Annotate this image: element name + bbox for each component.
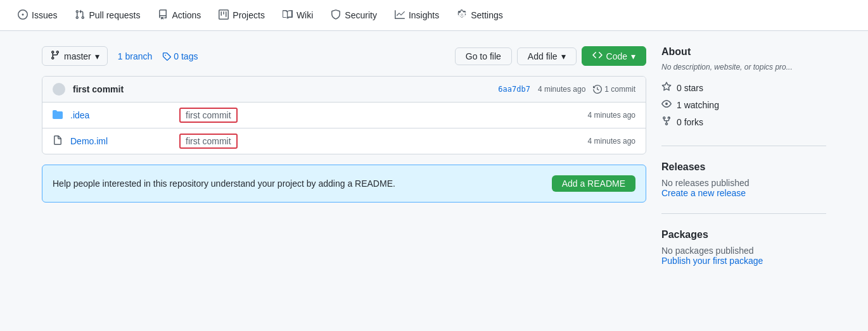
watching-stat: 1 watching	[661, 96, 826, 113]
star-icon	[661, 82, 672, 94]
nav-items: Issues Pull requests Actions	[10, 4, 511, 27]
security-icon	[331, 9, 341, 22]
forks-stat: 0 forks	[661, 113, 826, 130]
readme-notice-text: Help people interested in this repositor…	[53, 178, 395, 189]
releases-section: Releases No releases published Create a …	[661, 161, 826, 214]
create-release-link[interactable]: Create a new release	[661, 188, 746, 198]
nav-item-security[interactable]: Security	[323, 4, 385, 27]
watching-count: 1 watching	[677, 100, 719, 110]
about-description: No description, website, or topics pro..…	[661, 63, 826, 72]
nav-item-wiki[interactable]: Wiki	[275, 4, 321, 27]
commit-count: 1 commit	[593, 85, 635, 94]
nav-label-security: Security	[345, 10, 377, 20]
insights-icon	[395, 9, 405, 22]
stars-stat: 0 stars	[661, 79, 826, 96]
add-file-chevron-icon: ▾	[561, 51, 566, 61]
file-commit-msg-0: first commit	[179, 108, 238, 123]
branch-label: master	[64, 51, 91, 61]
pull-requests-icon	[75, 9, 85, 22]
nav-item-insights[interactable]: Insights	[387, 4, 447, 27]
folder-icon	[53, 109, 63, 122]
nav-label-settings: Settings	[471, 10, 503, 20]
add-readme-button[interactable]: Add a README	[552, 175, 635, 192]
nav-item-actions[interactable]: Actions	[150, 4, 208, 27]
file-table: first commit 6aa7db7 4 minutes ago 1 com…	[42, 76, 646, 154]
issues-icon	[18, 9, 28, 22]
repo-content: master ▾ 1 branch 0 tags Go to file Add …	[42, 46, 646, 296]
wiki-icon	[283, 9, 293, 22]
actions-icon	[158, 9, 168, 22]
no-packages-text: No packages published	[661, 246, 826, 256]
top-nav: Issues Pull requests Actions	[0, 0, 868, 31]
branch-meta: 1 branch 0 tags	[118, 51, 198, 61]
file-time-0: 4 minutes ago	[588, 111, 635, 120]
table-row: .idea first commit 4 minutes ago	[42, 103, 646, 128]
file-time-1: 4 minutes ago	[588, 137, 635, 146]
go-to-file-button[interactable]: Go to file	[455, 47, 512, 65]
nav-item-issues[interactable]: Issues	[10, 4, 65, 27]
file-name-demo[interactable]: Demo.iml	[70, 136, 172, 146]
no-releases-text: No releases published	[661, 178, 826, 188]
publish-package-link[interactable]: Publish your first package	[661, 256, 763, 266]
readme-notice: Help people interested in this repositor…	[42, 165, 646, 203]
branch-chevron-icon: ▾	[95, 51, 99, 61]
about-section: About No description, website, or topics…	[661, 46, 826, 146]
watch-icon	[661, 99, 672, 111]
packages-title: Packages	[661, 229, 826, 240]
nav-label-wiki: Wiki	[297, 10, 313, 20]
fork-icon	[661, 116, 672, 128]
commit-meta: 6aa7db7 4 minutes ago 1 commit	[498, 85, 635, 94]
branch-selector[interactable]: master ▾	[42, 46, 108, 66]
releases-title: Releases	[661, 161, 826, 173]
nav-label-insights: Insights	[409, 10, 439, 20]
commit-hash-link[interactable]: 6aa7db7	[498, 85, 530, 94]
nav-label-pullrequests: Pull requests	[89, 10, 140, 20]
toolbar-right: Go to file Add file ▾ Code ▾	[455, 46, 646, 66]
branch-count-link[interactable]: 1 branch	[118, 51, 152, 61]
code-icon	[592, 50, 603, 62]
file-icon	[53, 135, 63, 147]
code-chevron-icon: ▾	[631, 51, 635, 61]
file-commit-msg-1: first commit	[179, 134, 238, 149]
forks-count: 0 forks	[677, 117, 703, 127]
nav-label-issues: Issues	[32, 10, 57, 20]
branch-icon	[50, 50, 60, 62]
projects-icon	[219, 9, 229, 22]
sidebar: About No description, website, or topics…	[661, 46, 826, 296]
nav-item-settings[interactable]: Settings	[449, 4, 511, 27]
tag-count-link[interactable]: 0 tags	[162, 51, 198, 61]
toolbar: master ▾ 1 branch 0 tags Go to file Add …	[42, 46, 646, 66]
stars-count: 0 stars	[677, 83, 703, 93]
nav-label-projects: Projects	[233, 10, 265, 20]
code-button[interactable]: Code ▾	[582, 46, 646, 66]
nav-label-actions: Actions	[172, 10, 201, 20]
about-title: About	[661, 46, 826, 58]
commit-time: 4 minutes ago	[538, 85, 585, 94]
file-table-header: first commit 6aa7db7 4 minutes ago 1 com…	[42, 77, 646, 103]
add-file-button[interactable]: Add file ▾	[517, 47, 577, 65]
main-container: master ▾ 1 branch 0 tags Go to file Add …	[32, 31, 836, 311]
nav-item-projects[interactable]: Projects	[211, 4, 272, 27]
avatar	[53, 83, 65, 96]
settings-icon	[457, 9, 467, 22]
commit-message: first commit	[73, 84, 124, 94]
packages-section: Packages No packages published Publish y…	[661, 229, 826, 281]
table-row: Demo.iml first commit 4 minutes ago	[42, 128, 646, 154]
nav-item-pullrequests[interactable]: Pull requests	[67, 4, 148, 27]
file-name-idea[interactable]: .idea	[70, 110, 172, 120]
